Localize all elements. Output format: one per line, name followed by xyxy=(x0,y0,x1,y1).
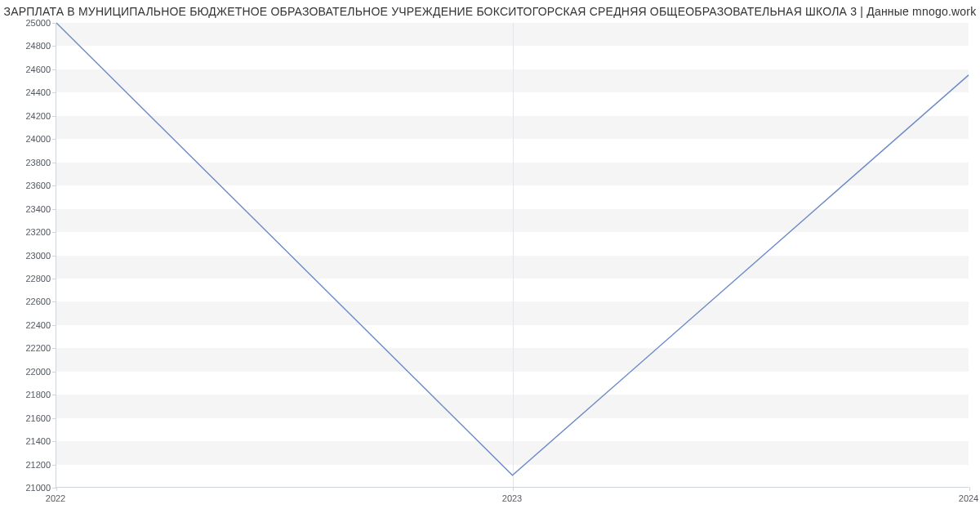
chart-title: ЗАРПЛАТА В МУНИЦИПАЛЬНОЕ БЮДЖЕТНОЕ ОБРАЗ… xyxy=(0,5,980,18)
y-tick-label: 23000 xyxy=(0,251,51,261)
y-tick-mark xyxy=(52,232,56,233)
y-tick-label: 25000 xyxy=(0,18,51,28)
y-tick-label: 24400 xyxy=(0,87,51,97)
y-tick-label: 23800 xyxy=(0,158,51,167)
x-tick-label: 2024 xyxy=(959,493,978,503)
y-tick-label: 24800 xyxy=(0,41,51,51)
y-tick-mark xyxy=(52,372,56,373)
y-axis-ticks: 2100021200214002160021800220002220022400… xyxy=(0,23,51,488)
y-tick-mark xyxy=(52,256,56,257)
plot-area xyxy=(56,23,969,488)
y-tick-label: 22800 xyxy=(0,274,51,283)
series-line xyxy=(56,23,969,475)
y-tick-mark xyxy=(52,441,56,442)
y-tick-label: 24000 xyxy=(0,134,51,144)
y-tick-mark xyxy=(52,92,56,93)
y-tick-label: 21200 xyxy=(0,460,51,470)
y-tick-label: 24200 xyxy=(0,111,51,121)
y-tick-mark xyxy=(52,348,56,349)
x-tick-mark xyxy=(969,487,970,491)
y-tick-mark xyxy=(52,301,56,302)
x-axis-ticks: 202220232024 xyxy=(56,490,969,506)
y-tick-mark xyxy=(52,418,56,419)
y-tick-label: 24600 xyxy=(0,65,51,74)
y-tick-label: 21400 xyxy=(0,436,51,446)
y-tick-label: 22000 xyxy=(0,367,51,377)
y-tick-mark xyxy=(52,69,56,70)
line-layer xyxy=(56,23,969,487)
y-tick-label: 21600 xyxy=(0,413,51,423)
y-tick-mark xyxy=(52,23,56,24)
y-tick-mark xyxy=(52,465,56,466)
y-tick-mark xyxy=(52,163,56,163)
x-tick-label: 2023 xyxy=(502,493,522,503)
y-tick-mark xyxy=(52,325,56,326)
y-tick-mark xyxy=(52,116,56,117)
y-tick-mark xyxy=(52,209,56,210)
y-tick-label: 23200 xyxy=(0,227,51,237)
y-tick-mark xyxy=(52,185,56,186)
y-tick-mark xyxy=(52,395,56,395)
y-tick-label: 22600 xyxy=(0,297,51,306)
x-tick-label: 2022 xyxy=(46,493,65,503)
y-tick-label: 22200 xyxy=(0,343,51,353)
y-tick-label: 23600 xyxy=(0,181,51,190)
y-tick-label: 21000 xyxy=(0,483,51,493)
y-tick-label: 21800 xyxy=(0,390,51,399)
y-tick-mark xyxy=(52,279,56,279)
y-tick-mark xyxy=(52,139,56,140)
y-tick-label: 22400 xyxy=(0,320,51,330)
y-tick-label: 23400 xyxy=(0,204,51,214)
y-tick-mark xyxy=(52,46,56,47)
chart-container: ЗАРПЛАТА В МУНИЦИПАЛЬНОЕ БЮДЖЕТНОЕ ОБРАЗ… xyxy=(0,0,980,531)
